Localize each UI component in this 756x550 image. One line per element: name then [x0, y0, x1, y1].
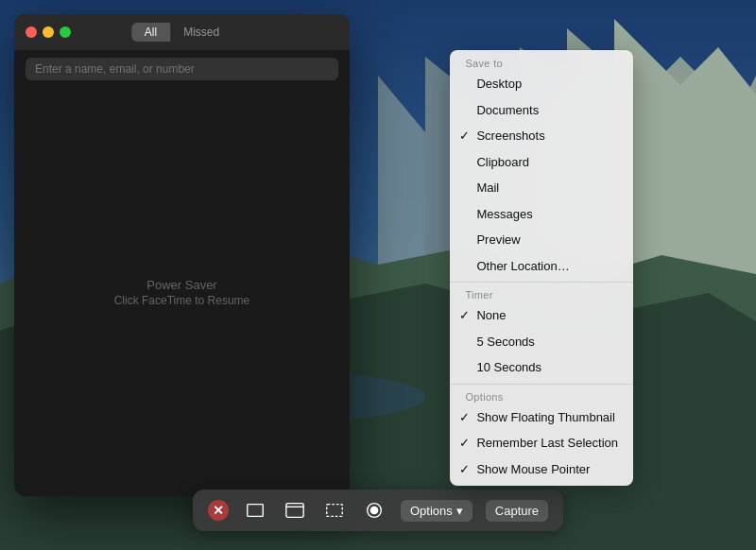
menu-item-mail[interactable]: Mail: [450, 175, 633, 201]
menu-item-10-seconds[interactable]: 10 Seconds: [450, 354, 633, 381]
dropdown-menu: Save to Desktop Documents Screenshots Cl…: [450, 50, 633, 486]
close-button[interactable]: [26, 26, 37, 38]
menu-item-desktop[interactable]: Desktop: [450, 71, 633, 97]
toolbar-close-button[interactable]: ✕: [208, 500, 229, 521]
options-button[interactable]: Options ▾: [401, 500, 472, 522]
power-saver-title: Power Saver: [146, 278, 216, 292]
menu-item-clipboard[interactable]: Clipboard: [450, 149, 633, 176]
menu-item-remember-last-selection[interactable]: Remember Last Selection: [450, 430, 633, 456]
window-titlebar: All Missed: [14, 14, 350, 50]
menu-divider-2: [450, 384, 633, 385]
menu-item-screenshots[interactable]: Screenshots: [450, 123, 633, 149]
search-input[interactable]: [26, 58, 338, 80]
menu-item-messages[interactable]: Messages: [450, 201, 633, 228]
toolbar-full-screen-icon[interactable]: [282, 497, 308, 524]
power-saver-subtitle: Click FaceTime to Resume: [114, 294, 250, 307]
svg-rect-10: [248, 505, 264, 517]
menu-item-preview[interactable]: Preview: [450, 227, 633, 253]
menu-item-none[interactable]: None: [450, 302, 633, 329]
options-section-label: Options: [450, 387, 633, 404]
svg-rect-11: [286, 504, 303, 518]
menu-item-show-floating-thumbnail[interactable]: Show Floating Thumbnail: [450, 404, 633, 431]
capture-button[interactable]: Capture: [486, 500, 548, 522]
search-bar: [14, 50, 350, 88]
options-chevron: ▾: [456, 504, 463, 518]
options-label: Options: [410, 504, 453, 518]
svg-point-15: [370, 507, 377, 513]
menu-item-documents[interactable]: Documents: [450, 97, 633, 124]
menu-divider-1: [450, 282, 633, 283]
toolbar-record-icon[interactable]: [361, 497, 387, 524]
tab-all[interactable]: All: [131, 23, 170, 42]
toolbar-selection-icon[interactable]: [321, 497, 348, 524]
window-tabs: All Missed: [131, 23, 232, 42]
facetime-window: All Missed Power Saver Click FaceTime to…: [14, 14, 350, 496]
traffic-lights: [26, 26, 71, 38]
save-to-section-label: Save to: [450, 54, 633, 71]
menu-item-5-seconds[interactable]: 5 Seconds: [450, 329, 633, 355]
menu-item-show-mouse-pointer[interactable]: Show Mouse Pointer: [450, 456, 633, 483]
minimize-button[interactable]: [43, 26, 54, 38]
window-content: Power Saver Click FaceTime to Resume: [14, 88, 350, 496]
maximize-button[interactable]: [60, 26, 71, 38]
menu-item-other-location[interactable]: Other Location…: [450, 253, 633, 280]
timer-section-label: Timer: [450, 285, 633, 302]
svg-rect-13: [327, 505, 343, 517]
toolbar-window-capture-icon[interactable]: [242, 497, 268, 524]
tab-missed[interactable]: Missed: [170, 23, 232, 42]
screenshot-toolbar: ✕ Options ▾ Capture: [193, 490, 563, 531]
